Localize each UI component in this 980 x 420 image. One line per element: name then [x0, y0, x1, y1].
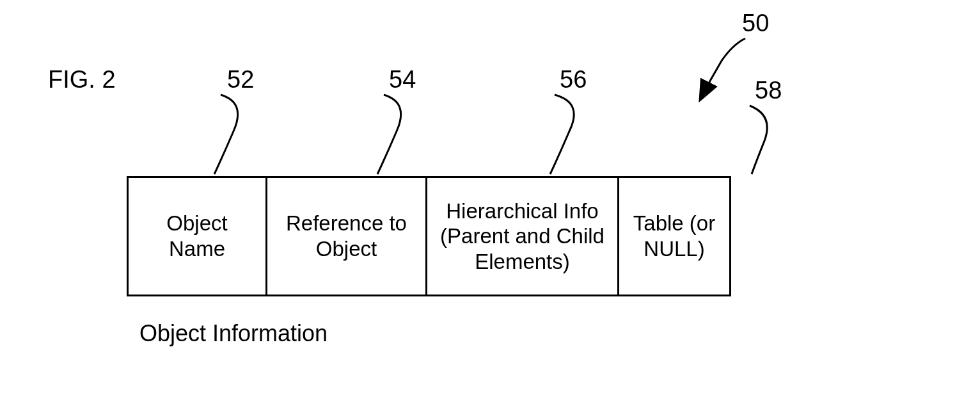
lead-number-52: 52 — [227, 66, 254, 93]
figure-label: FIG. 2 — [48, 66, 116, 93]
caption-object-information: Object Information — [139, 320, 328, 347]
cell-table-or-null: Table (or NULL) — [619, 176, 731, 296]
cell-hierarchical-info: Hierarchical Info (Parent and Child Elem… — [427, 176, 619, 296]
cell-object-name: Object Name — [127, 176, 267, 296]
cell-reference-to-object: Reference to Object — [267, 176, 427, 296]
object-info-row: Object Name Reference to Object Hierarch… — [127, 176, 731, 296]
lead-number-58: 58 — [755, 77, 782, 104]
lead-number-50: 50 — [742, 10, 769, 37]
lead-number-54: 54 — [389, 66, 416, 93]
lead-number-56: 56 — [560, 66, 587, 93]
